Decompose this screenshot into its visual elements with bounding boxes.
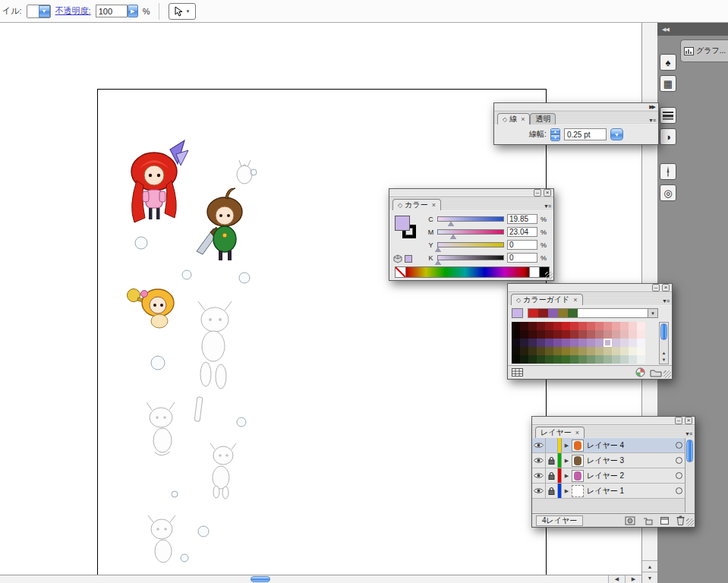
color-guide-swatch[interactable] (553, 347, 562, 355)
color-guide-swatch[interactable] (604, 339, 612, 347)
opacity-link[interactable]: 不透明度: (55, 5, 91, 17)
tab-transparency[interactable]: 透明 (530, 113, 556, 124)
scroll-left-button[interactable]: ◀ (608, 575, 625, 583)
layer-name[interactable]: レイヤー 2 (587, 471, 673, 481)
collapse-palette-icon[interactable]: ▶▶ (649, 104, 654, 110)
minimize-button[interactable]: – (534, 189, 541, 197)
horizontal-scrollbar[interactable]: ◀ ▶ (0, 575, 641, 583)
brushes-panel-button[interactable] (660, 163, 676, 180)
color-guide-swatch[interactable] (520, 339, 528, 347)
new-layer-button[interactable] (660, 516, 670, 525)
harmony-swatch[interactable] (528, 309, 538, 317)
color-guide-swatch[interactable] (595, 330, 604, 339)
stepper-down-icon[interactable]: ▼ (550, 134, 560, 141)
tab-layers[interactable]: レイヤー × (535, 427, 585, 438)
color-guide-swatch[interactable] (537, 339, 545, 347)
color-palette-titlebar[interactable]: – × (389, 189, 553, 197)
appearance-panel-button[interactable]: ◎ (660, 184, 676, 201)
lock-toggle[interactable] (546, 438, 558, 452)
spectrum-ramp[interactable] (406, 266, 530, 278)
scroll-up-button[interactable]: ▲ (642, 560, 657, 572)
color-guide-swatch[interactable] (520, 330, 528, 339)
color-guide-swatch[interactable] (620, 322, 629, 330)
character-spoon[interactable] (128, 289, 175, 329)
character-red-hair[interactable] (131, 140, 188, 222)
sketch-character-4[interactable] (148, 515, 175, 563)
color-guide-swatch[interactable] (545, 355, 553, 364)
color-guide-swatch[interactable] (537, 322, 545, 330)
expand-layer-arrow[interactable]: ▶ (562, 458, 572, 464)
color-guide-swatch[interactable] (512, 322, 520, 330)
opacity-slider-arrow[interactable]: ▶ (128, 5, 138, 17)
white-swatch[interactable] (530, 266, 540, 278)
layer-row[interactable]: ▶ レイヤー 3 (532, 453, 695, 468)
color-guide-swatch[interactable] (578, 347, 587, 355)
color-guide-swatch[interactable] (512, 339, 520, 347)
visibility-toggle[interactable] (532, 484, 546, 498)
color-guide-swatch[interactable] (570, 347, 578, 355)
color-guide-swatch[interactable] (537, 330, 545, 339)
panel-menu-icon[interactable]: ▼≡ (685, 431, 692, 436)
color-guide-scrollbar-thumb[interactable] (660, 323, 667, 340)
layers-scrollbar[interactable] (685, 438, 695, 512)
color-guide-swatch[interactable] (562, 355, 570, 364)
color-guide-swatch[interactable] (637, 355, 645, 364)
color-guide-swatch[interactable] (570, 322, 578, 330)
cyan-value-input[interactable]: 19.85 (507, 214, 537, 224)
harmony-dropdown[interactable]: ▼ (528, 308, 658, 318)
new-sublayer-button[interactable] (642, 516, 653, 525)
tab-stroke[interactable]: ◇ 線 × (497, 113, 530, 124)
stroke-palette-titlebar[interactable]: ▶▶ (494, 103, 658, 112)
color-guide-swatch[interactable] (620, 339, 629, 347)
color-guide-swatch[interactable] (562, 339, 570, 347)
fill-color-swatch[interactable] (395, 216, 410, 231)
color-guide-swatch[interactable] (553, 355, 562, 364)
color-guide-swatch[interactable] (562, 330, 570, 339)
layers-scrollbar-thumb[interactable] (686, 440, 693, 462)
panel-menu-icon[interactable]: ▼≡ (648, 118, 655, 123)
color-guide-swatch[interactable] (604, 330, 612, 339)
color-guide-swatch[interactable] (604, 355, 612, 364)
sketch-bag[interactable] (237, 160, 252, 184)
slider-thumb[interactable] (435, 260, 441, 265)
save-to-swatches-icon[interactable] (650, 368, 662, 377)
lock-toggle[interactable] (546, 453, 558, 468)
color-guide-swatch[interactable] (587, 355, 595, 364)
color-guide-swatch[interactable] (612, 330, 620, 339)
resize-grip[interactable] (663, 370, 671, 378)
stroke-width-input[interactable]: 0.25 pt (564, 128, 607, 140)
minimize-button[interactable]: – (675, 417, 682, 424)
color-guide-swatch[interactable] (595, 339, 604, 347)
tab-color[interactable]: ◇ カラー × (392, 199, 441, 210)
sketch-knife[interactable] (194, 397, 203, 422)
stroke-panel-button[interactable] (660, 107, 676, 124)
stroke-width-dropdown[interactable]: ▼ (610, 128, 623, 140)
transparency-panel-button[interactable]: ◑ (660, 128, 676, 145)
slider-track[interactable] (437, 242, 504, 247)
color-guide-swatch[interactable] (637, 322, 645, 330)
color-guide-swatch[interactable] (545, 330, 553, 339)
color-guide-swatch[interactable] (528, 322, 537, 330)
stroke-width-stepper[interactable]: ▲ ▼ (550, 128, 560, 141)
layer-row[interactable]: ▶ レイヤー 4 (532, 438, 695, 453)
harmony-swatch[interactable] (548, 309, 558, 317)
color-guide-swatch[interactable] (570, 339, 578, 347)
dock-collapse-bar[interactable]: ◀◀ (657, 23, 728, 36)
slider-track[interactable] (437, 229, 504, 235)
web-color-warning[interactable] (393, 254, 412, 263)
sketch-character-3[interactable] (210, 443, 236, 499)
color-guide-swatch[interactable] (604, 322, 612, 330)
slider-thumb[interactable] (450, 235, 456, 239)
color-guide-swatch[interactable] (545, 347, 553, 355)
tool-dropdown-arrow[interactable]: ▼ (185, 9, 190, 14)
horizontal-scrollbar-thumb[interactable] (251, 576, 270, 582)
limit-colors-icon[interactable] (512, 368, 523, 377)
color-guide-swatch[interactable] (512, 330, 520, 339)
color-guide-swatch[interactable] (537, 347, 545, 355)
color-guide-swatch[interactable] (620, 330, 629, 339)
close-button[interactable]: × (662, 284, 670, 292)
color-guide-swatch[interactable] (512, 355, 520, 364)
expand-layer-arrow[interactable]: ▶ (562, 443, 572, 449)
bubbles[interactable] (135, 169, 257, 562)
tab-color-guide[interactable]: ◇ カラーガイド × (511, 294, 583, 305)
